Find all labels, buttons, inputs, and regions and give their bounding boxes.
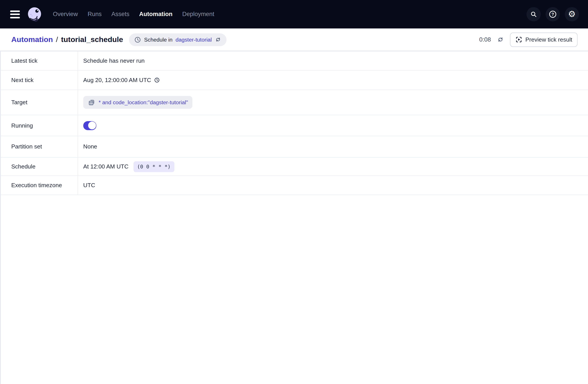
nav-item-assets[interactable]: Assets bbox=[111, 11, 129, 18]
clock-icon bbox=[134, 36, 141, 43]
refresh-icon bbox=[497, 36, 504, 43]
asset-selection-text: * and code_location:"dagster-tutorial" bbox=[99, 99, 188, 105]
app-root: Overview Runs Assets Automation Deployme… bbox=[0, 0, 588, 384]
row-next-tick: Next tick Aug 20, 12:00:00 AM UTC bbox=[1, 71, 588, 90]
latest-tick-label: Latest tick bbox=[1, 51, 78, 70]
nav-item-deployment[interactable]: Deployment bbox=[182, 11, 214, 18]
code-location-link[interactable]: dagster-tutorial bbox=[175, 37, 212, 43]
dagster-logo[interactable] bbox=[26, 6, 43, 22]
search-icon bbox=[530, 11, 537, 18]
settings-button[interactable]: ⚙ bbox=[565, 7, 579, 21]
running-toggle[interactable] bbox=[83, 121, 97, 130]
schedule-details: Latest tick Schedule has never run Next … bbox=[0, 51, 588, 384]
row-schedule: Schedule At 12:00 AM UTC (0 0 * * *) bbox=[1, 157, 588, 176]
hamburger-menu-icon[interactable] bbox=[10, 10, 20, 18]
page-title: tutorial_schedule bbox=[61, 35, 123, 44]
gear-icon: ⚙ bbox=[568, 10, 576, 18]
breadcrumb-automation-link[interactable]: Automation bbox=[11, 35, 53, 44]
toggle-knob bbox=[88, 122, 96, 129]
help-button[interactable]: ? bbox=[546, 7, 560, 21]
preview-button-label: Preview tick result bbox=[525, 36, 572, 43]
partition-set-value: None bbox=[78, 136, 588, 157]
breadcrumb-separator: / bbox=[56, 35, 58, 44]
asset-selection-badge[interactable]: * and code_location:"dagster-tutorial" bbox=[83, 96, 193, 109]
svg-text:?: ? bbox=[551, 12, 554, 17]
breadcrumb: Automation / tutorial_schedule bbox=[11, 35, 123, 44]
schedule-context-badge: Schedule in dagster-tutorial bbox=[129, 33, 227, 46]
refresh-countdown: 0:08 bbox=[479, 36, 491, 43]
asset-selection-icon bbox=[88, 99, 95, 106]
reload-location-icon[interactable] bbox=[215, 36, 221, 43]
execution-timezone-value: UTC bbox=[78, 176, 588, 195]
top-navbar: Overview Runs Assets Automation Deployme… bbox=[0, 0, 588, 29]
next-tick-label: Next tick bbox=[1, 71, 78, 90]
row-execution-timezone: Execution timezone UTC bbox=[1, 176, 588, 195]
refresh-button[interactable] bbox=[497, 36, 504, 43]
preview-tick-result-button[interactable]: Preview tick result bbox=[510, 33, 577, 47]
next-tick-value: Aug 20, 12:00:00 AM UTC bbox=[83, 77, 151, 84]
search-button[interactable] bbox=[526, 7, 541, 21]
row-running: Running bbox=[1, 115, 588, 136]
badge-text: Schedule in bbox=[144, 37, 172, 43]
nav-item-runs[interactable]: Runs bbox=[88, 11, 102, 18]
header-actions: 0:08 bbox=[479, 33, 577, 47]
cron-expression-badge: (0 0 * * *) bbox=[133, 161, 174, 172]
nav-actions: ? ⚙ bbox=[526, 7, 579, 21]
nav-item-automation[interactable]: Automation bbox=[139, 11, 173, 18]
row-target: Target * and code_location:"dagster-tuto… bbox=[1, 90, 588, 115]
primary-nav: Overview Runs Assets Automation Deployme… bbox=[53, 11, 214, 18]
timestamp-clock-icon bbox=[154, 77, 160, 83]
execution-timezone-label: Execution timezone bbox=[1, 176, 78, 195]
nav-item-overview[interactable]: Overview bbox=[53, 11, 78, 18]
schedule-label: Schedule bbox=[1, 157, 78, 175]
help-icon: ? bbox=[549, 10, 557, 19]
target-label: Target bbox=[1, 90, 78, 115]
row-partition-set: Partition set None bbox=[1, 136, 588, 157]
page-header: Automation / tutorial_schedule Schedule … bbox=[0, 29, 588, 51]
row-latest-tick: Latest tick Schedule has never run bbox=[1, 51, 588, 71]
preview-icon bbox=[515, 36, 522, 43]
latest-tick-value: Schedule has never run bbox=[78, 51, 588, 70]
running-label: Running bbox=[1, 115, 78, 136]
schedule-description: At 12:00 AM UTC bbox=[83, 163, 129, 170]
partition-set-label: Partition set bbox=[1, 136, 78, 157]
